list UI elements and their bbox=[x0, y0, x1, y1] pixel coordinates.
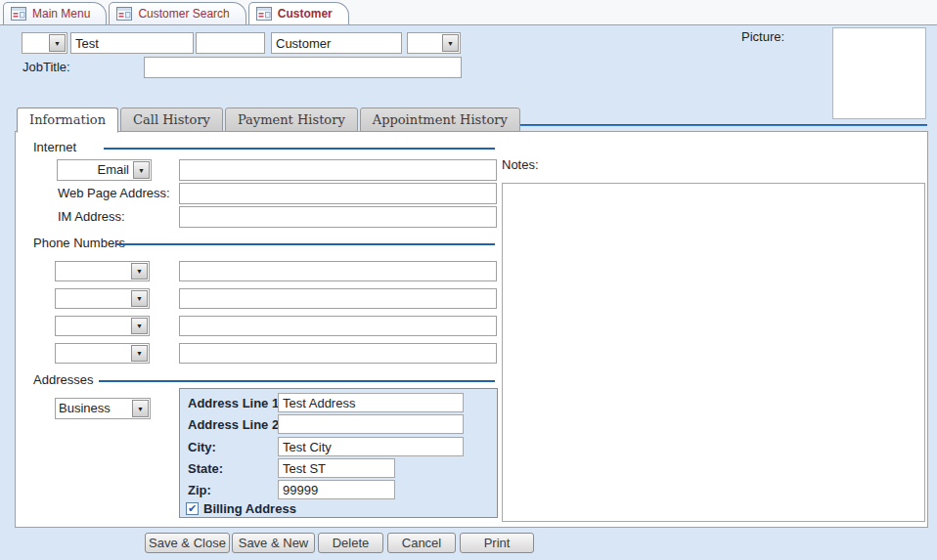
im-address-label: IM Address: bbox=[58, 209, 125, 224]
internet-section-label: Internet bbox=[33, 140, 76, 154]
chevron-down-icon[interactable]: ▼ bbox=[49, 34, 66, 52]
tab-payment-history[interactable]: Payment History bbox=[225, 108, 358, 132]
address-type-combo[interactable]: Business ▼ bbox=[55, 398, 151, 419]
name-title-combo[interactable]: ▼ bbox=[22, 32, 67, 54]
chevron-down-icon[interactable]: ▼ bbox=[132, 400, 149, 417]
address-line2-field[interactable] bbox=[278, 414, 464, 434]
form-icon bbox=[11, 7, 26, 21]
notes-field[interactable] bbox=[502, 183, 925, 522]
picture-frame[interactable] bbox=[832, 27, 926, 119]
phone-type-combo-value bbox=[56, 262, 130, 280]
tab-information[interactable]: Information bbox=[17, 108, 118, 133]
state-field[interactable] bbox=[278, 458, 395, 478]
city-field[interactable] bbox=[278, 437, 464, 456]
middle-name-field[interactable] bbox=[196, 32, 265, 54]
doc-tab-customer-search[interactable]: Customer Search bbox=[109, 2, 245, 24]
phone-type-combo-4[interactable]: ▼ bbox=[55, 343, 150, 364]
phone-number-field-3[interactable] bbox=[179, 316, 497, 336]
chevron-down-icon[interactable]: ▼ bbox=[133, 161, 150, 179]
cancel-button[interactable]: Cancel bbox=[387, 533, 456, 553]
city-label: City: bbox=[188, 440, 216, 454]
phone-type-combo-2[interactable]: ▼ bbox=[55, 288, 150, 309]
web-page-address-label: Web Page Address: bbox=[58, 186, 170, 200]
tab-call-history[interactable]: Call History bbox=[120, 108, 223, 132]
billing-address-label: Billing Address bbox=[203, 501, 296, 516]
customer-form-window: Main Menu Customer Search Customer bbox=[0, 0, 937, 560]
save-and-new-button[interactable]: Save & New bbox=[232, 533, 315, 553]
phone-type-combo-1[interactable]: ▼ bbox=[55, 261, 150, 281]
phone-numbers-section-label: Phone Numbers bbox=[33, 236, 125, 250]
zip-field[interactable] bbox=[278, 480, 395, 499]
address-type-combo-value: Business bbox=[56, 399, 131, 418]
zip-label: Zip: bbox=[188, 483, 211, 497]
first-name-field[interactable] bbox=[70, 32, 194, 54]
checkbox-checked-icon: ✔ bbox=[188, 503, 197, 514]
address-panel: Address Line 1: Address Line 2: City: St… bbox=[179, 388, 498, 518]
name-suffix-combo[interactable]: ▼ bbox=[407, 32, 461, 54]
notes-label: Notes: bbox=[502, 157, 539, 172]
job-title-field[interactable] bbox=[144, 57, 462, 78]
phone-number-field-2[interactable] bbox=[179, 288, 497, 309]
billing-address-checkbox[interactable]: ✔ bbox=[186, 502, 199, 515]
email-type-combo-value: Email bbox=[58, 160, 132, 180]
section-divider-line bbox=[99, 380, 495, 382]
detail-tab-bar: Information Call History Payment History… bbox=[17, 108, 522, 132]
document-tab-bar: Main Menu Customer Search Customer bbox=[0, 0, 937, 25]
phone-type-combo-value bbox=[56, 289, 130, 308]
phone-number-field-4[interactable] bbox=[179, 343, 497, 364]
chevron-down-icon[interactable]: ▼ bbox=[131, 345, 148, 362]
chevron-down-icon[interactable]: ▼ bbox=[131, 318, 148, 334]
phone-type-combo-3[interactable]: ▼ bbox=[55, 316, 150, 336]
chevron-down-icon[interactable]: ▼ bbox=[131, 263, 148, 280]
state-label: State: bbox=[188, 461, 223, 476]
form-icon bbox=[116, 7, 132, 21]
chevron-down-icon[interactable]: ▼ bbox=[131, 290, 148, 307]
web-page-address-field[interactable] bbox=[179, 183, 497, 204]
header-divider-line bbox=[520, 124, 927, 126]
doc-tab-label: Customer bbox=[278, 7, 333, 21]
im-address-field[interactable] bbox=[179, 206, 497, 228]
section-divider-line bbox=[104, 148, 495, 150]
name-title-combo-value bbox=[22, 33, 48, 53]
address-line1-label: Address Line 1: bbox=[188, 396, 284, 410]
address-line1-field[interactable] bbox=[278, 393, 464, 412]
email-field[interactable] bbox=[179, 159, 497, 181]
doc-tab-label: Customer Search bbox=[138, 7, 229, 21]
doc-tab-customer[interactable]: Customer bbox=[248, 2, 349, 24]
chevron-down-icon[interactable]: ▼ bbox=[442, 34, 459, 52]
job-title-label: JobTitle: bbox=[22, 60, 70, 74]
phone-type-combo-value bbox=[56, 344, 130, 363]
phone-number-field-1[interactable] bbox=[179, 261, 497, 281]
email-type-combo[interactable]: Email ▼ bbox=[57, 159, 152, 181]
address-line2-label: Address Line 2: bbox=[188, 417, 284, 432]
information-tab-page: Internet Email ▼ Web Page Address: IM Ad… bbox=[15, 131, 928, 528]
addresses-section-label: Addresses bbox=[33, 372, 93, 387]
last-name-field[interactable] bbox=[271, 32, 402, 54]
print-button[interactable]: Print bbox=[460, 533, 534, 553]
doc-tab-label: Main Menu bbox=[32, 7, 90, 21]
section-divider-line bbox=[116, 243, 495, 245]
tab-appointment-history[interactable]: Appointment History bbox=[360, 108, 520, 132]
doc-tab-main-menu[interactable]: Main Menu bbox=[3, 2, 107, 24]
delete-button[interactable]: Delete bbox=[318, 533, 383, 553]
save-and-close-button[interactable]: Save & Close bbox=[145, 533, 230, 553]
phone-type-combo-value bbox=[56, 317, 130, 335]
name-suffix-combo-value bbox=[408, 33, 441, 53]
form-icon bbox=[256, 7, 272, 21]
picture-label: Picture: bbox=[741, 29, 784, 44]
